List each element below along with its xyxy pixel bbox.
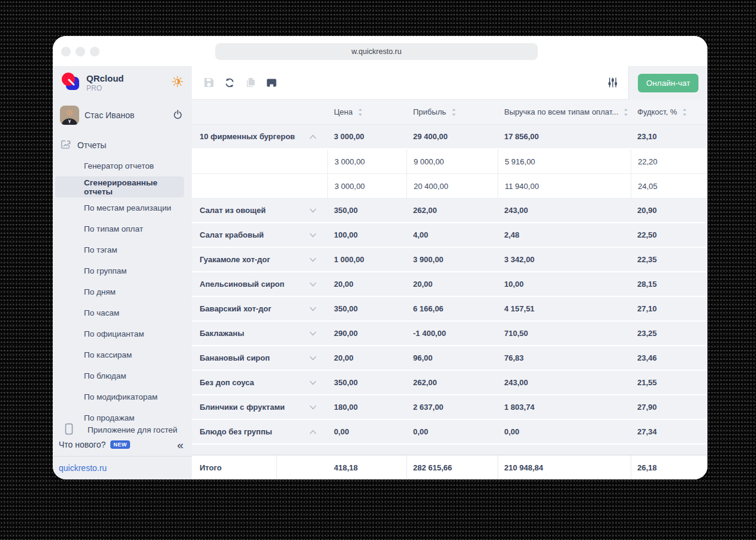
sidebar-nav: Отчеты Генератор отчетовСгенерированные … <box>53 134 192 428</box>
dish-name: Банановый сироп <box>200 353 270 362</box>
address-bar[interactable]: w.quickresto.ru <box>215 43 538 60</box>
sidebar-item-7[interactable]: По часам <box>53 302 192 323</box>
logout-power-icon[interactable] <box>172 109 183 122</box>
dish-name: Апельсиновый сироп <box>200 280 284 289</box>
toolbar: Онлайн-чат <box>192 66 707 100</box>
table-row[interactable]: Без доп соуса350,00262,00243,0021,55 <box>192 371 707 395</box>
sliders-icon[interactable] <box>607 77 619 89</box>
column-label: Цена <box>334 107 353 116</box>
chevron-up-icon[interactable] <box>308 428 318 436</box>
profit-cell: 96,00 <box>406 346 498 370</box>
chevron-down-icon[interactable] <box>308 330 318 337</box>
table-row[interactable]: Блинчики с фруктами180,002 637,001 803,7… <box>192 395 707 420</box>
divider <box>276 455 277 479</box>
table-row[interactable]: 10 фирменных бургеров3 000,0029 400,0017… <box>192 125 707 149</box>
table-row[interactable]: Баклажаны290,00-1 400,00710,5023,25 <box>192 322 707 346</box>
theme-sun-icon[interactable] <box>171 76 183 90</box>
column-header-3[interactable]: Выручка по всем типам оплат... <box>498 100 631 124</box>
column-header-2[interactable]: Прибыль <box>406 100 498 124</box>
sidebar-item-9[interactable]: По кассирам <box>53 344 192 365</box>
revenue-cell: 11 940,00 <box>498 174 631 198</box>
revenue-cell: 17 856,00 <box>498 125 631 148</box>
online-chat-button[interactable]: Онлайн-чат <box>638 74 698 92</box>
window-minimize-icon[interactable] <box>76 47 85 56</box>
dish-name-cell: Без доп соуса <box>192 371 327 394</box>
browser-chrome: w.quickresto.ru <box>53 36 707 66</box>
sort-icon[interactable] <box>450 108 457 116</box>
foodcost-cell: 27,34 <box>631 420 707 443</box>
table-row[interactable]: 3 000,009 000,005 916,0022,20 <box>192 149 707 174</box>
price-cell: 1 000,00 <box>327 248 406 271</box>
window-maximize-icon[interactable] <box>90 47 100 56</box>
chevron-down-icon[interactable] <box>308 355 318 362</box>
dish-name: Баклажаны <box>200 329 244 338</box>
table-row[interactable]: Салат крабовый100,004,002,4822,50 <box>192 223 707 248</box>
dish-name-cell <box>192 149 327 173</box>
foodcost-cell: 22,50 <box>631 223 707 247</box>
revenue-cell: 10,00 <box>498 272 631 296</box>
table-row[interactable]: Апельсиновый сироп20,0020,0010,0028,15 <box>192 272 707 297</box>
sort-icon[interactable] <box>622 108 630 116</box>
refresh-icon[interactable] <box>224 77 236 89</box>
price-cell: 350,00 <box>327 199 406 222</box>
sidebar-item-8[interactable]: По официантам <box>53 323 192 344</box>
chevron-down-icon[interactable] <box>308 379 318 386</box>
table-row[interactable]: Банановый сироп20,0096,0076,8323,46 <box>192 346 707 371</box>
window-close-icon[interactable] <box>61 47 71 56</box>
collapse-sidebar-icon[interactable]: « <box>177 439 183 451</box>
price-cell: 350,00 <box>327 297 406 320</box>
user-row[interactable]: Стас Иванов <box>53 106 192 125</box>
sort-icon[interactable] <box>681 108 688 116</box>
price-cell: 290,00 <box>327 322 406 345</box>
profit-cell: -1 400,00 <box>406 322 498 345</box>
dish-name-cell: Салат из овощей <box>192 199 327 222</box>
sidebar-item-1[interactable]: Сгенерированные отчеты <box>55 176 184 197</box>
sidebar-item-3[interactable]: По типам оплат <box>53 218 192 239</box>
table-footer: Итого 418,18 282 615,66 210 948,84 26,18 <box>192 455 707 479</box>
site-link[interactable]: quickresto.ru <box>59 463 107 473</box>
app-window: w.quickresto.ru QRcloud PRO <box>53 36 707 479</box>
chevron-down-icon[interactable] <box>308 281 318 288</box>
guest-app-row[interactable]: Приложение для гостей <box>53 422 192 437</box>
sidebar-item-6[interactable]: По дням <box>53 281 192 302</box>
nav-section-reports[interactable]: Отчеты <box>53 134 192 155</box>
sidebar-item-4[interactable]: По тэгам <box>53 239 192 260</box>
sidebar-item-2[interactable]: По местам реализации <box>53 197 192 218</box>
phone-icon <box>64 423 74 437</box>
table-row[interactable]: 3 000,0020 400,0011 940,0024,05 <box>192 174 707 199</box>
display-icon[interactable] <box>266 77 278 89</box>
column-header-1[interactable]: Цена <box>327 100 406 124</box>
reports-trend-icon <box>60 139 71 152</box>
chevron-down-icon[interactable] <box>308 207 318 214</box>
save-icon[interactable] <box>203 77 215 89</box>
table-row[interactable]: Салат из овощей350,00262,00243,0020,90 <box>192 199 707 223</box>
chevron-up-icon[interactable] <box>308 133 318 140</box>
chevron-down-icon[interactable] <box>308 305 318 313</box>
table-row[interactable]: Блюдо без группы0,000,000,0027,34 <box>192 420 707 445</box>
foodcost-cell: 21,55 <box>631 371 707 394</box>
price-cell: 3 000,00 <box>327 125 406 148</box>
sidebar-item-10[interactable]: По блюдам <box>53 365 192 386</box>
copy-icon[interactable] <box>245 77 257 89</box>
column-header-4[interactable]: Фудкост, % <box>631 100 707 124</box>
profit-cell: 29 400,00 <box>406 125 498 148</box>
price-cell: 3 000,00 <box>327 149 406 173</box>
chevron-down-icon[interactable] <box>308 256 318 263</box>
chevron-down-icon[interactable] <box>308 232 318 239</box>
whats-new-link[interactable]: Что нового? <box>59 440 106 449</box>
sort-icon[interactable] <box>357 108 364 116</box>
foodcost-cell: 27,10 <box>631 297 707 320</box>
dish-name: 10 фирменных бургеров <box>200 132 295 141</box>
profit-cell: 20,00 <box>406 272 498 296</box>
table-row[interactable]: Гуакамоле хот-дог1 000,003 900,003 342,0… <box>192 248 707 272</box>
table-row[interactable]: Баварский хот-дог350,006 166,064 157,512… <box>192 297 707 322</box>
revenue-cell: 76,83 <box>498 346 631 370</box>
sidebar-item-5[interactable]: По группам <box>53 260 192 281</box>
price-cell: 100,00 <box>327 223 406 247</box>
sidebar-item-0[interactable]: Генератор отчетов <box>53 155 192 176</box>
dish-name: Блюдо без группы <box>200 427 272 436</box>
dish-name-cell: Баклажаны <box>192 322 327 345</box>
chevron-down-icon[interactable] <box>308 404 318 411</box>
price-cell: 180,00 <box>327 395 406 419</box>
sidebar-item-11[interactable]: По модификаторам <box>53 386 192 407</box>
